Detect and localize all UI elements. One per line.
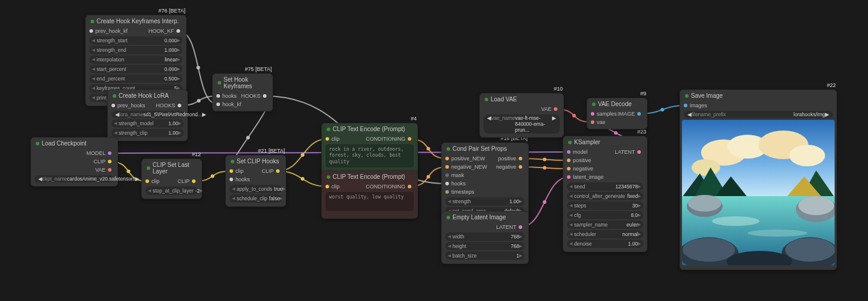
node-title[interactable]: Load VAE: [480, 94, 563, 105]
chevron-right-icon[interactable]: ▶: [638, 184, 641, 189]
node-title[interactable]: Create Hook Keyframes Interp.: [86, 15, 186, 27]
widget-batch_size[interactable]: ◀batch_size1▶: [445, 252, 525, 260]
node-title[interactable]: Set CLIP Hooks: [226, 156, 286, 167]
widget-strength[interactable]: ◀strength1.00▶: [445, 197, 525, 206]
chevron-right-icon[interactable]: ▶: [519, 199, 522, 204]
node-vaedec[interactable]: VAE DecodesamplesIMAGEvae: [587, 98, 647, 129]
chevron-left-icon[interactable]: ◀: [569, 232, 572, 237]
chevron-right-icon[interactable]: ▶: [519, 244, 522, 249]
port-positive[interactable]: [519, 157, 522, 160]
node-setkf[interactable]: Set Hook KeyframeshooksHOOKShook_kf: [212, 73, 273, 111]
chevron-left-icon[interactable]: ◀: [92, 38, 95, 43]
chevron-right-icon[interactable]: ▶: [178, 131, 181, 135]
node-ckpt[interactable]: Load CheckpointMODELCLIPVAE◀ckpt_namecar…: [30, 137, 118, 187]
port-negative[interactable]: [567, 167, 571, 170]
widget-start_percent[interactable]: ◀start_percent0.000▶: [89, 65, 182, 73]
node-title[interactable]: VAE Decode: [587, 98, 647, 110]
node-title[interactable]: Create Hook LoRA: [108, 90, 187, 101]
chevron-left-icon[interactable]: ◀: [232, 196, 235, 201]
chevron-left-icon[interactable]: ◀: [448, 234, 451, 239]
chevron-right-icon[interactable]: ▶: [519, 253, 522, 258]
port-IMAGE[interactable]: [637, 112, 641, 116]
node-title[interactable]: Cond Pair Set Props: [442, 143, 528, 154]
widget-height[interactable]: ◀height768▶: [445, 242, 525, 250]
widget-stop_at_clip_layer[interactable]: ◀stop_at_clip_layer-2▶: [145, 187, 198, 195]
field-lora_name[interactable]: ◀lora_namesd1_5\PixelArtRedmond...▶: [111, 111, 184, 118]
widget-schedule_clip[interactable]: ◀schedule_clipfalse▶: [230, 194, 282, 203]
port-images[interactable]: [684, 104, 687, 107]
port-CONDITIONING[interactable]: [408, 185, 411, 188]
widget-strength_clip[interactable]: ◀strength_clip1.00▶: [111, 129, 184, 137]
widget-sampler_name[interactable]: ◀sampler_nameeuler▶: [567, 221, 643, 229]
node-pos[interactable]: CLIP Text Encode (Prompt)clipCONDITIONIN…: [321, 123, 418, 175]
chevron-left-icon[interactable]: ◀: [92, 86, 95, 91]
node-title[interactable]: Load Checkpoint: [31, 138, 117, 149]
widget-apply_to_conds[interactable]: ◀apply_to_condstrue▶: [230, 185, 282, 193]
port-CLIP[interactable]: [108, 160, 111, 163]
port-prev_hooks[interactable]: [111, 104, 115, 107]
chevron-right-icon[interactable]: ▶: [177, 57, 180, 62]
port-negative[interactable]: [519, 165, 522, 169]
port-LATENT[interactable]: [519, 225, 522, 229]
widget-strength_end[interactable]: ◀strength_end1.000▶: [89, 46, 182, 54]
port-CLIP[interactable]: [276, 169, 280, 173]
chevron-left-icon[interactable]: ◀: [569, 213, 572, 218]
chevron-right-icon[interactable]: ▶: [177, 48, 180, 52]
node-empty[interactable]: Empty Latent ImageLATENT◀width768▶◀heigh…: [441, 211, 529, 264]
port-clip[interactable]: [326, 137, 329, 141]
field-filename_prefix[interactable]: ◀filename_prefixlorahooks/img▶: [684, 111, 833, 118]
chevron-right-icon[interactable]: ▶: [638, 213, 641, 218]
chevron-right-icon[interactable]: ▶: [135, 176, 140, 182]
widget-seed[interactable]: ◀seed12345678▶: [567, 182, 643, 191]
port-hooks[interactable]: [445, 182, 449, 185]
node-lastlayer[interactable]: CLIP Set Last LayerclipCLIP◀stop_at_clip…: [141, 159, 202, 199]
chevron-left-icon[interactable]: ◀: [92, 57, 95, 62]
chevron-right-icon[interactable]: ▶: [200, 188, 203, 193]
node-save[interactable]: Save Imageimages◀filename_prefixlorahook…: [680, 89, 837, 270]
chevron-left-icon[interactable]: ◀: [114, 121, 117, 126]
widget-control_after_generate[interactable]: ◀control_after_generatefixed▶: [567, 192, 643, 200]
chevron-right-icon[interactable]: ▶: [519, 234, 522, 239]
chevron-left-icon[interactable]: ◀: [448, 199, 451, 204]
node-lora[interactable]: Create Hook LoRAprev_hooksHOOKS◀lora_nam…: [107, 89, 188, 141]
chevron-right-icon[interactable]: ▶: [638, 241, 641, 246]
widget-strength_start[interactable]: ◀strength_start0.000▶: [89, 36, 182, 45]
port-timesteps[interactable]: [445, 190, 449, 194]
chevron-right-icon[interactable]: ▶: [177, 38, 180, 43]
chevron-right-icon[interactable]: ▶: [638, 203, 641, 208]
chevron-right-icon[interactable]: ▶: [638, 222, 641, 227]
port-model[interactable]: [567, 150, 571, 154]
chevron-right-icon[interactable]: ▶: [280, 196, 283, 201]
chevron-right-icon[interactable]: ▶: [638, 232, 641, 237]
node-sethooks[interactable]: Set CLIP HooksclipCLIPhooks◀apply_to_con…: [225, 155, 286, 207]
port-VAE[interactable]: [108, 168, 111, 172]
port-HOOKS[interactable]: [263, 94, 266, 98]
chevron-left-icon[interactable]: ◀: [115, 111, 119, 117]
chevron-right-icon[interactable]: ▶: [638, 194, 641, 198]
port-hooks[interactable]: [216, 94, 220, 98]
port-hooks[interactable]: [230, 178, 233, 181]
port-clip[interactable]: [326, 185, 329, 188]
port-clip[interactable]: [145, 179, 149, 183]
chevron-right-icon[interactable]: ▶: [283, 187, 286, 191]
node-title[interactable]: Empty Latent Image: [442, 212, 528, 223]
widget-strength_model[interactable]: ◀strength_model1.00▶: [111, 119, 184, 128]
port-CLIP[interactable]: [192, 179, 196, 183]
chevron-left-icon[interactable]: ◀: [569, 203, 572, 208]
widget-steps[interactable]: ◀steps30▶: [567, 201, 643, 210]
port-MODEL[interactable]: [108, 151, 111, 155]
port-HOOKS[interactable]: [178, 104, 181, 107]
chevron-left-icon[interactable]: ◀: [114, 131, 117, 135]
port-positive[interactable]: [567, 159, 571, 162]
chevron-right-icon[interactable]: ▶: [178, 121, 181, 126]
node-title[interactable]: Set Hook Keyframes: [213, 74, 272, 92]
prompt-textarea[interactable]: rock in a river, outdoors, forest, sky, …: [326, 144, 414, 167]
widget-scheduler[interactable]: ◀schedulernormal▶: [567, 230, 643, 238]
widget-width[interactable]: ◀width768▶: [445, 232, 525, 241]
node-cpair[interactable]: Cond Pair Set Propspositive_NEWpositiven…: [441, 142, 529, 219]
port-HOOK_KF[interactable]: [176, 29, 180, 33]
chevron-left-icon[interactable]: ◀: [232, 187, 235, 191]
chevron-left-icon[interactable]: ◀: [569, 184, 572, 189]
chevron-left-icon[interactable]: ◀: [569, 241, 572, 246]
chevron-left-icon[interactable]: ◀: [92, 48, 95, 52]
